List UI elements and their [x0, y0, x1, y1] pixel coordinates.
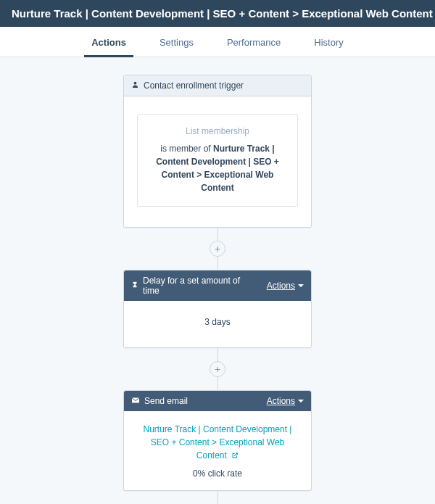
send-email-body: Nurture Track | Content Development | SE…: [124, 411, 311, 490]
email-link[interactable]: Nurture Track | Content Development | SE…: [144, 424, 292, 460]
chevron-down-icon: [298, 284, 304, 287]
tab-performance[interactable]: Performance: [224, 27, 283, 57]
chevron-down-icon: [298, 400, 304, 402]
delay-card-1-actions-menu[interactable]: Actions: [267, 281, 304, 291]
svg-point-0: [134, 82, 137, 85]
send-email-label: Send email: [144, 396, 188, 406]
delay-card-1-head: Delay for a set amount of time Actions: [124, 270, 311, 301]
enrollment-trigger-card[interactable]: Contact enrollment trigger List membersh…: [123, 75, 312, 228]
tab-actions[interactable]: Actions: [88, 27, 129, 57]
send-email-actions-menu[interactable]: Actions: [267, 396, 304, 406]
plus-icon: +: [215, 364, 220, 374]
page-header: Nurture Track | Content Development | SE…: [0, 0, 435, 27]
workflow-canvas: Contact enrollment trigger List membersh…: [0, 57, 435, 504]
enrollment-trigger-body: List membership is member of Nurture Tra…: [124, 96, 311, 227]
delay-card-1[interactable]: Delay for a set amount of time Actions 3…: [123, 270, 312, 348]
connector-line: [218, 377, 218, 390]
plus-icon: +: [215, 244, 220, 254]
connector-line: [218, 348, 218, 361]
enrollment-trigger-head: Contact enrollment trigger: [124, 75, 311, 96]
enrollment-trigger-label: Contact enrollment trigger: [144, 80, 244, 91]
trigger-criteria-box[interactable]: List membership is member of Nurture Tra…: [137, 114, 298, 207]
delay-card-1-label: Delay for a set amount of time: [143, 276, 258, 296]
email-click-rate: 0% click rate: [137, 467, 298, 480]
tab-bar: Actions Settings Performance History: [0, 27, 435, 57]
connector-line: [218, 491, 218, 504]
connector-line: [218, 228, 218, 241]
person-icon: [131, 80, 139, 91]
trigger-criteria-text: is member of Nurture Track | Content Dev…: [146, 142, 289, 194]
add-step-button[interactable]: +: [210, 361, 225, 377]
trigger-sub-label: List membership: [146, 125, 289, 138]
send-email-card[interactable]: Send email Actions Nurture Track | Conte…: [123, 390, 312, 491]
external-link-icon: [231, 450, 239, 463]
delay-card-1-body: 3 days: [124, 301, 311, 347]
add-step-button[interactable]: +: [210, 241, 225, 257]
page-title: Nurture Track | Content Development | SE…: [12, 7, 433, 20]
hourglass-icon: [131, 281, 138, 291]
connector-line: [218, 257, 218, 270]
envelope-icon: [131, 396, 140, 406]
delay-duration-1: 3 days: [204, 317, 230, 327]
send-email-head: Send email Actions: [124, 391, 311, 411]
tab-settings[interactable]: Settings: [157, 27, 196, 57]
tab-history[interactable]: History: [311, 27, 346, 57]
